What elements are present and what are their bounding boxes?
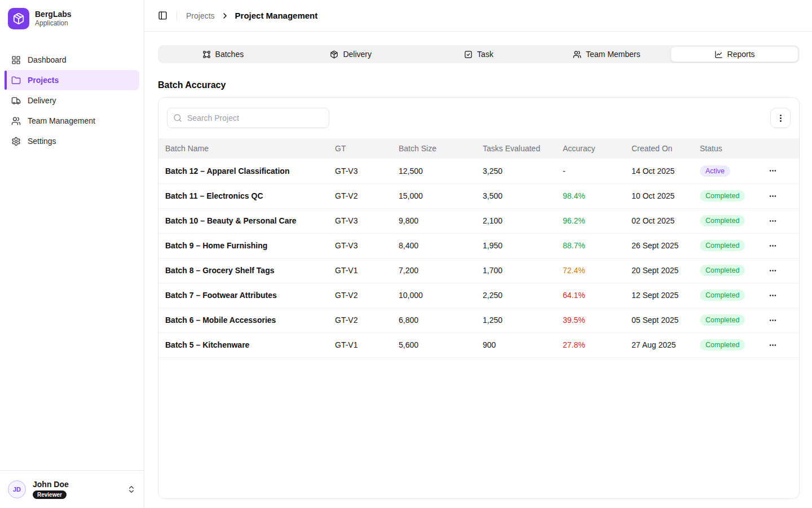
row-menu-button[interactable] [765, 164, 780, 178]
users-icon [11, 116, 21, 126]
table-row: Batch 7 – Footwear Attributes GT-V2 10,0… [158, 283, 799, 308]
row-menu-button[interactable] [765, 189, 780, 203]
col-batch-name: Batch Name [158, 138, 335, 159]
page-title: Batch Accuracy [158, 80, 800, 90]
gt-cell: GT-V3 [335, 159, 399, 183]
actions-cell [762, 308, 799, 332]
sidebar-item-label: Dashboard [28, 55, 67, 64]
actions-cell [762, 283, 799, 308]
tab-reports[interactable]: Reports [670, 46, 798, 62]
package-icon [12, 12, 25, 25]
table-row: Batch 11 – Electronics QC GT-V2 15,000 3… [158, 183, 799, 208]
ellipsis-icon [769, 341, 777, 349]
folder-icon [11, 76, 21, 85]
brand-subtitle: Application [35, 19, 72, 27]
batch-size-cell: 5,600 [399, 332, 483, 357]
row-menu-button[interactable] [765, 213, 780, 228]
col-gt: GT [335, 138, 399, 159]
brand-name: BergLabs [35, 10, 72, 19]
search-box [167, 108, 329, 128]
created-on-cell: 14 Oct 2025 [632, 159, 700, 183]
tab-label: Task [477, 50, 493, 59]
row-menu-button[interactable] [765, 288, 780, 303]
col-status: Status [700, 138, 762, 159]
table-row: Batch 9 – Home Furnishing GT-V3 8,400 1,… [158, 233, 799, 258]
actions-cell [762, 332, 799, 357]
gt-cell: GT-V2 [335, 308, 399, 332]
sidebar-item-label: Team Management [28, 116, 95, 125]
batch-name-cell: Batch 8 – Grocery Shelf Tags [158, 258, 335, 283]
status-badge: Completed [700, 190, 745, 202]
sidebar-item-settings[interactable]: Settings [5, 131, 139, 151]
status-badge: Completed [700, 314, 745, 326]
status-badge: Completed [700, 290, 745, 301]
gear-icon [11, 137, 21, 146]
grid-icon [11, 55, 21, 65]
status-cell: Active [700, 159, 762, 183]
search-input[interactable] [167, 108, 329, 128]
table-row: Batch 12 – Apparel Classification GT-V3 … [158, 159, 799, 183]
gt-cell: GT-V1 [335, 258, 399, 283]
ellipsis-icon [769, 217, 777, 225]
table-row: Batch 5 – Kitchenware GT-V1 5,600 900 27… [158, 332, 799, 357]
batch-name-cell: Batch 12 – Apparel Classification [158, 159, 335, 183]
ellipsis-icon [769, 266, 777, 275]
gt-cell: GT-V1 [335, 332, 399, 357]
actions-cell [762, 159, 799, 183]
sidebar-item-projects[interactable]: Projects [5, 70, 139, 90]
created-on-cell: 12 Sept 2025 [632, 283, 700, 308]
tab-bar: Batches Delivery Task Team Members Repor… [158, 45, 800, 63]
chart-line-icon [714, 50, 723, 59]
tab-label: Reports [727, 50, 755, 59]
tasks-evaluated-cell: 1,700 [483, 258, 563, 283]
batch-size-cell: 15,000 [399, 183, 483, 208]
sidebar-item-dashboard[interactable]: Dashboard [5, 50, 139, 70]
accuracy-cell: 96.2% [563, 208, 632, 233]
tasks-evaluated-cell: 1,250 [483, 308, 563, 332]
sidebar-toggle-icon[interactable] [158, 11, 167, 20]
breadcrumb-parent[interactable]: Projects [186, 11, 215, 20]
sidebar-nav: Dashboard Projects Delivery Team Managem… [0, 37, 144, 151]
page-content: Batches Delivery Task Team Members Repor… [144, 32, 812, 499]
tab-task[interactable]: Task [415, 46, 543, 62]
row-menu-button[interactable] [765, 313, 780, 327]
sidebar-footer[interactable]: JD John Doe Reviewer [0, 470, 144, 508]
ellipsis-icon [769, 316, 777, 325]
row-menu-button[interactable] [765, 338, 780, 352]
batch-accuracy-card: Batch Name GT Batch Size Tasks Evaluated… [158, 97, 800, 499]
gt-cell: GT-V3 [335, 208, 399, 233]
ellipsis-icon [769, 167, 777, 175]
sidebar: BergLabs Application Dashboard Projects … [0, 0, 144, 508]
accuracy-cell: - [563, 159, 632, 183]
batch-name-cell: Batch 10 – Beauty & Personal Care [158, 208, 335, 233]
sidebar-item-delivery[interactable]: Delivery [5, 90, 139, 111]
gt-cell: GT-V2 [335, 183, 399, 208]
status-cell: Completed [700, 283, 762, 308]
sidebar-item-team-management[interactable]: Team Management [5, 111, 139, 131]
row-menu-button[interactable] [765, 238, 780, 253]
status-cell: Completed [700, 332, 762, 357]
tab-batches[interactable]: Batches [159, 46, 287, 62]
avatar: JD [8, 480, 26, 498]
ellipsis-icon [769, 291, 777, 300]
kebab-menu-icon [776, 113, 785, 123]
actions-cell [762, 258, 799, 283]
created-on-cell: 20 Sept 2025 [632, 258, 700, 283]
actions-cell [762, 233, 799, 258]
tab-team-members[interactable]: Team Members [542, 46, 670, 62]
status-badge: Completed [700, 215, 745, 227]
actions-cell [762, 208, 799, 233]
topbar: Projects Project Management [144, 0, 812, 32]
main-area: Projects Project Management Batches Deli… [144, 0, 812, 508]
batch-size-cell: 9,800 [399, 208, 483, 233]
batch-name-cell: Batch 5 – Kitchenware [158, 332, 335, 357]
brand: BergLabs Application [0, 0, 144, 37]
batch-name-cell: Batch 6 – Mobile Accessories [158, 308, 335, 332]
card-menu-button[interactable] [770, 108, 791, 128]
col-accuracy: Accuracy [563, 138, 632, 159]
created-on-cell: 26 Sept 2025 [632, 233, 700, 258]
row-menu-button[interactable] [765, 263, 780, 278]
tab-delivery[interactable]: Delivery [287, 46, 415, 62]
chevrons-up-down-icon[interactable] [127, 485, 136, 494]
brand-logo [8, 8, 29, 29]
